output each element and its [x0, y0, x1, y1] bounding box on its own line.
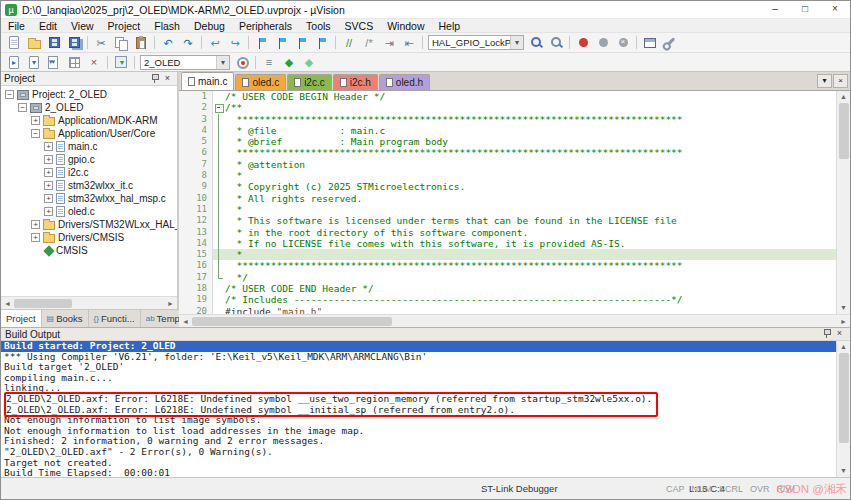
save-all-button[interactable] [64, 34, 84, 52]
tree-expander[interactable]: − [31, 129, 40, 138]
fold-toggle-icon[interactable] [213, 102, 225, 113]
close-document-button[interactable]: × [833, 74, 848, 88]
tab-list-dropdown-button[interactable]: ▾ [817, 74, 832, 88]
pack-installer-button[interactable]: ◆ [299, 53, 319, 71]
tree-expander[interactable]: + [44, 142, 53, 151]
target-options-button[interactable] [232, 53, 252, 71]
scroll-up-icon[interactable]: ▲ [840, 341, 847, 353]
panel-close-button[interactable]: × [161, 73, 174, 85]
scroll-left-icon[interactable]: ◄ [1, 300, 14, 307]
scroll-right-icon[interactable]: ► [164, 300, 177, 307]
navigate-back-button[interactable]: ↩ [205, 34, 225, 52]
menu-flash[interactable]: Flash [147, 19, 187, 33]
scrollbar-thumb[interactable] [14, 299, 72, 308]
find-in-files-button[interactable] [526, 34, 546, 52]
project-horizontal-scrollbar[interactable]: ◄ ► [1, 296, 177, 309]
file-extensions-button[interactable]: ≡ [259, 53, 279, 71]
tree-item[interactable]: −Project: 2_OLED [1, 88, 177, 101]
tree-expander[interactable]: + [44, 207, 53, 216]
editor-vertical-scrollbar[interactable]: ▲ ▼ [836, 91, 850, 314]
translate-file-button[interactable] [4, 53, 24, 71]
uncomment-selection-button[interactable]: /* [359, 34, 379, 52]
tree-item[interactable]: −2_OLED [1, 101, 177, 114]
panel-tab-functions[interactable]: {}Functi... [89, 310, 141, 327]
menu-file[interactable]: File [1, 19, 32, 33]
rebuild-all-button[interactable] [44, 53, 64, 71]
scroll-track[interactable] [837, 103, 850, 302]
stop-build-button[interactable]: × [84, 53, 104, 71]
menu-view[interactable]: View [64, 19, 101, 33]
scrollbar-thumb[interactable] [839, 353, 849, 443]
tree-expander[interactable]: + [31, 233, 40, 242]
menu-debug[interactable]: Debug [187, 19, 232, 33]
tree-item[interactable]: −CMSIS [1, 244, 177, 257]
tree-item[interactable]: +stm32wlxx_it.c [1, 179, 177, 192]
tree-item[interactable]: −Application/User/Core [1, 127, 177, 140]
manage-rte-button[interactable]: ◆ [279, 53, 299, 71]
tree-item[interactable]: +Drivers/STM32WLxx_HAL_Driver [1, 218, 177, 231]
open-file-button[interactable] [24, 34, 44, 52]
menu-tools[interactable]: Tools [299, 19, 338, 33]
tree-expander[interactable]: + [44, 181, 53, 190]
panel-tab-books[interactable]: ▤Books [42, 310, 89, 327]
menu-window[interactable]: Window [380, 19, 431, 33]
menu-project[interactable]: Project [101, 19, 148, 33]
menu-svcs[interactable]: SVCS [338, 19, 381, 33]
tree-item[interactable]: +Drivers/CMSIS [1, 231, 177, 244]
indent-left-button[interactable]: ⇤ [399, 34, 419, 52]
scrollbar-thumb[interactable] [192, 317, 392, 326]
menu-edit[interactable]: Edit [32, 19, 64, 33]
editor-tab-i2c.h[interactable]: i2c.h [333, 74, 378, 90]
scroll-up-icon[interactable]: ▲ [840, 91, 847, 103]
scroll-down-icon[interactable]: ▼ [840, 465, 847, 477]
tree-item[interactable]: +main.c [1, 140, 177, 153]
configure-button[interactable] [660, 34, 680, 52]
comment-selection-button[interactable]: // [339, 34, 359, 52]
debug-windows-button[interactable] [640, 34, 660, 52]
tree-expander[interactable]: − [5, 90, 14, 99]
code-area[interactable]: 1/* USER CODE BEGIN Header */2/**3 *****… [179, 90, 850, 314]
download-button[interactable] [111, 53, 131, 71]
tree-item[interactable]: +i2c.c [1, 166, 177, 179]
maximize-button[interactable]: □ [790, 1, 820, 19]
build-button[interactable] [24, 53, 44, 71]
editor-tab-main.c[interactable]: main.c [181, 72, 234, 90]
redo-button[interactable]: ↷ [178, 34, 198, 52]
tree-expander[interactable]: + [44, 194, 53, 203]
breakpoint-toggle-button[interactable] [573, 34, 593, 52]
editor-tab-oled.h[interactable]: oled.h [379, 74, 430, 90]
tree-expander[interactable]: + [31, 116, 40, 125]
cut-button[interactable]: ✂ [91, 34, 111, 52]
tree-expander[interactable]: − [18, 103, 27, 112]
bookmark-clear-all-button[interactable] [312, 34, 332, 52]
tree-item[interactable]: +stm32wlxx_hal_msp.c [1, 192, 177, 205]
editor-tab-i2c.c[interactable]: i2c.c [287, 74, 332, 90]
paste-button[interactable] [131, 34, 151, 52]
minimize-button[interactable]: – [760, 1, 790, 19]
editor-tab-oled.c[interactable]: oled.c [235, 74, 286, 90]
target-select[interactable]: 2_OLED▾ [140, 55, 230, 70]
output-close-button[interactable]: × [833, 328, 846, 340]
scrollbar-thumb[interactable] [839, 103, 849, 159]
new-file-button[interactable] [4, 34, 24, 52]
chevron-down-icon[interactable]: ▾ [216, 56, 229, 69]
find-button[interactable] [546, 34, 566, 52]
breakpoint-kill-all-button[interactable] [613, 34, 633, 52]
bookmark-next-button[interactable] [292, 34, 312, 52]
copy-button[interactable] [111, 34, 131, 52]
batch-build-button[interactable] [64, 53, 84, 71]
tree-expander[interactable]: + [44, 155, 53, 164]
tree-expander[interactable]: + [31, 220, 40, 229]
scroll-track[interactable] [837, 353, 850, 465]
navigate-forward-button[interactable]: ↪ [225, 34, 245, 52]
output-vertical-scrollbar[interactable]: ▲ ▼ [836, 341, 850, 477]
tree-item[interactable]: +oled.c [1, 205, 177, 218]
panel-tab-project[interactable]: Project [1, 310, 42, 327]
close-button[interactable]: × [820, 1, 850, 19]
indent-right-button[interactable]: ⇥ [379, 34, 399, 52]
tree-item[interactable]: +gpio.c [1, 153, 177, 166]
bookmark-toggle-button[interactable] [252, 34, 272, 52]
output-pin-button[interactable] [820, 328, 833, 340]
menu-help[interactable]: Help [432, 19, 468, 33]
scroll-left-icon[interactable]: ◄ [179, 318, 192, 325]
